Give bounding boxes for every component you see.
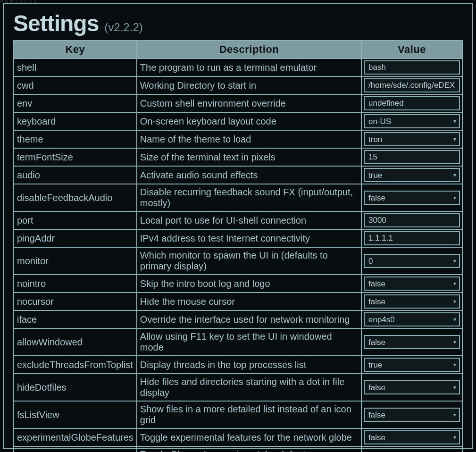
- select-wrap: false: [364, 276, 460, 291]
- setting-key: env: [14, 94, 137, 112]
- setting-select-iface[interactable]: enp4s0: [364, 312, 460, 326]
- table-row: allowWindowedAllow using F11 key to set …: [14, 328, 462, 356]
- setting-input-port[interactable]: [364, 213, 460, 227]
- setting-key: port: [14, 211, 137, 229]
- setting-input-termFontSize[interactable]: [364, 150, 460, 164]
- setting-value-cell: false: [361, 275, 462, 293]
- table-row: disableFeedbackAudioDisable recurring fe…: [14, 184, 462, 211]
- setting-description: On-screen keyboard layout code: [137, 112, 361, 130]
- setting-input-pingAddr[interactable]: [364, 231, 460, 245]
- setting-value-cell: false: [361, 328, 462, 356]
- setting-select-hideDotfiles[interactable]: false: [364, 380, 460, 394]
- setting-key: experimentalGlobeFeatures: [14, 428, 137, 446]
- table-row: fsListViewShow files in a more detailed …: [14, 401, 462, 428]
- settings-modal: Settings (v2.2.2) Key Description Value …: [3, 3, 473, 449]
- setting-description: Working Directory to start in: [137, 76, 361, 94]
- setting-description: Size of the terminal text in pixels: [137, 148, 361, 166]
- setting-value-cell: false: [361, 293, 462, 310]
- setting-select-allowWindowed[interactable]: false: [364, 335, 460, 349]
- setting-input-shell[interactable]: [364, 60, 460, 75]
- setting-key: iface: [14, 310, 137, 328]
- title-row: Settings (v2.2.2): [13, 10, 463, 36]
- select-wrap: 0: [364, 254, 460, 268]
- select-wrap: true: [364, 168, 460, 182]
- setting-key: cwd: [14, 76, 137, 94]
- select-wrap: false: [364, 335, 460, 349]
- table-row: nointroSkip the intro boot log and logof…: [14, 275, 462, 293]
- setting-key: allowWindowed: [14, 328, 137, 356]
- setting-description: Hide files and directories starting with…: [137, 374, 361, 401]
- setting-description: Toggle experimental features for the net…: [137, 428, 361, 446]
- select-wrap: false: [364, 191, 460, 205]
- setting-value-cell: tron: [361, 130, 462, 148]
- setting-key: shell: [14, 59, 137, 76]
- table-row: termFontSizeSize of the terminal text in…: [14, 148, 462, 166]
- setting-description: Disable recurring feedback sound FX (inp…: [137, 184, 361, 211]
- setting-key: excludeThreadsFromToplist: [14, 356, 137, 374]
- setting-value-cell: 0: [361, 247, 462, 275]
- setting-input-env[interactable]: [364, 96, 460, 110]
- setting-description: IPv4 address to test Internet connectivi…: [137, 229, 361, 247]
- setting-select-nocursor[interactable]: false: [364, 294, 460, 309]
- setting-key: monitor: [14, 247, 137, 275]
- column-header-description: Description: [137, 41, 361, 59]
- setting-value-cell: false: [361, 184, 462, 211]
- setting-select-keyboard[interactable]: en-US: [364, 114, 460, 128]
- setting-value-cell: [361, 94, 462, 112]
- setting-value-cell: enp4s0: [361, 310, 462, 328]
- table-row: hideDotfilesHide files and directories s…: [14, 374, 462, 401]
- setting-select-audio[interactable]: true: [364, 168, 460, 182]
- select-wrap: false: [364, 294, 460, 309]
- setting-value-cell: false: [361, 374, 462, 401]
- setting-key: fsListView: [14, 401, 137, 428]
- setting-key: hideDotfiles: [14, 374, 137, 401]
- setting-key: keyboard: [14, 112, 137, 130]
- setting-key: audio: [14, 166, 137, 184]
- setting-key: pingAddr: [14, 229, 137, 247]
- setting-value-cell: [361, 211, 462, 229]
- setting-description: Local port to use for UI-shell connectio…: [137, 211, 361, 229]
- setting-description: Name of the theme to load: [137, 130, 361, 148]
- setting-input-cwd[interactable]: [364, 78, 460, 92]
- setting-key: theme: [14, 130, 137, 148]
- setting-value-cell: en-US: [361, 112, 462, 130]
- setting-select-fsListView[interactable]: false: [364, 408, 460, 422]
- table-row: pingAddrIPv4 address to test Internet co…: [14, 229, 462, 247]
- column-header-key: Key: [14, 41, 137, 59]
- setting-value-cell: [361, 229, 462, 247]
- setting-description: Display threads in the top processes lis…: [137, 356, 361, 374]
- setting-description: Skip the intro boot log and logo: [137, 275, 361, 293]
- table-row: experimentalFeaturesToggle Chrome's expe…: [14, 446, 462, 452]
- setting-select-theme[interactable]: tron: [364, 132, 460, 146]
- setting-select-nointro[interactable]: false: [364, 276, 460, 291]
- setting-value-cell: [361, 148, 462, 166]
- table-row: keyboardOn-screen keyboard layout codeen…: [14, 112, 462, 130]
- setting-description: Activate audio sound effects: [137, 166, 361, 184]
- setting-description: Custom shell environment override: [137, 94, 361, 112]
- table-row: themeName of the theme to loadtron: [14, 130, 462, 148]
- setting-select-experimentalGlobeFeatures[interactable]: false: [364, 430, 460, 444]
- select-wrap: true: [364, 358, 460, 372]
- setting-description: Toggle Chrome's experimental web feature…: [137, 446, 361, 452]
- setting-description: Hide the mouse cursor: [137, 293, 361, 310]
- table-row: cwdWorking Directory to start in: [14, 76, 462, 94]
- table-row: shellThe program to run as a terminal em…: [14, 59, 462, 76]
- table-row: envCustom shell environment override: [14, 94, 462, 112]
- setting-description: Override the interface used for network …: [137, 310, 361, 328]
- setting-value-cell: true: [361, 166, 462, 184]
- setting-value-cell: false: [361, 446, 462, 452]
- setting-select-monitor[interactable]: 0: [364, 254, 460, 268]
- table-row: nocursorHide the mouse cursorfalse: [14, 293, 462, 310]
- setting-value-cell: false: [361, 401, 462, 428]
- setting-value-cell: [361, 76, 462, 94]
- select-wrap: false: [364, 380, 460, 394]
- setting-description: Which monitor to spawn the UI in (defaul…: [137, 247, 361, 275]
- table-row: portLocal port to use for UI-shell conne…: [14, 211, 462, 229]
- setting-select-disableFeedbackAudio[interactable]: false: [364, 191, 460, 205]
- table-row: excludeThreadsFromToplistDisplay threads…: [14, 356, 462, 374]
- setting-key: experimentalFeatures: [14, 446, 137, 452]
- setting-select-excludeThreadsFromToplist[interactable]: true: [364, 358, 460, 372]
- table-row: monitorWhich monitor to spawn the UI in …: [14, 247, 462, 275]
- column-header-value: Value: [361, 41, 462, 59]
- version-label: (v2.2.2): [104, 21, 142, 34]
